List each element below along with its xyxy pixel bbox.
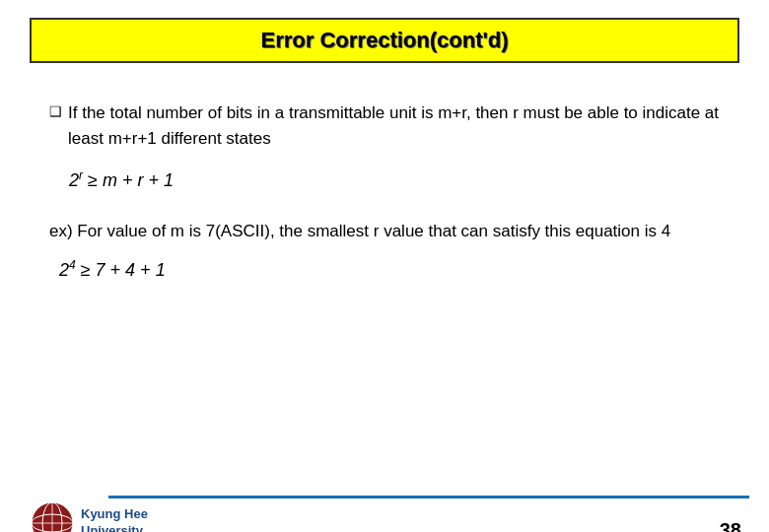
example-formula-base: 2 <box>59 260 69 280</box>
bullet-text: If the total number of bits in a transmi… <box>68 100 720 153</box>
title-bar: Error Correction(cont'd) <box>30 18 739 63</box>
slide: Error Correction(cont'd) ❑ If the total … <box>0 18 769 532</box>
page-number: 38 <box>720 519 741 532</box>
university-name: Kyung Hee University <box>81 506 148 532</box>
bullet-icon: ❑ <box>49 103 62 119</box>
formula-inequality: ≥ m + r + 1 <box>83 170 174 190</box>
university-name-line1: Kyung Hee <box>81 506 148 523</box>
university-logo <box>30 500 75 532</box>
content-area: ❑ If the total number of bits in a trans… <box>0 63 769 281</box>
formula-block: 2r ≥ m + r + 1 <box>69 168 720 191</box>
footer: Kyung Hee University 38 <box>0 487 769 532</box>
example-formula-rest: ≥ 7 + 4 + 1 <box>76 260 166 280</box>
example-block: ex) For value of m is 7(ASCII), the smal… <box>49 219 720 281</box>
footer-line <box>108 496 749 499</box>
formula-base: 2 <box>69 170 79 190</box>
university-name-line2: University <box>81 523 148 532</box>
bullet-item: ❑ If the total number of bits in a trans… <box>49 100 720 153</box>
slide-title: Error Correction(cont'd) <box>261 28 509 52</box>
example-formula-exponent: 4 <box>69 258 76 272</box>
example-text: ex) For value of m is 7(ASCII), the smal… <box>49 219 720 244</box>
footer-logo-area: Kyung Hee University <box>30 500 148 532</box>
example-formula: 24 ≥ 7 + 4 + 1 <box>59 258 720 281</box>
